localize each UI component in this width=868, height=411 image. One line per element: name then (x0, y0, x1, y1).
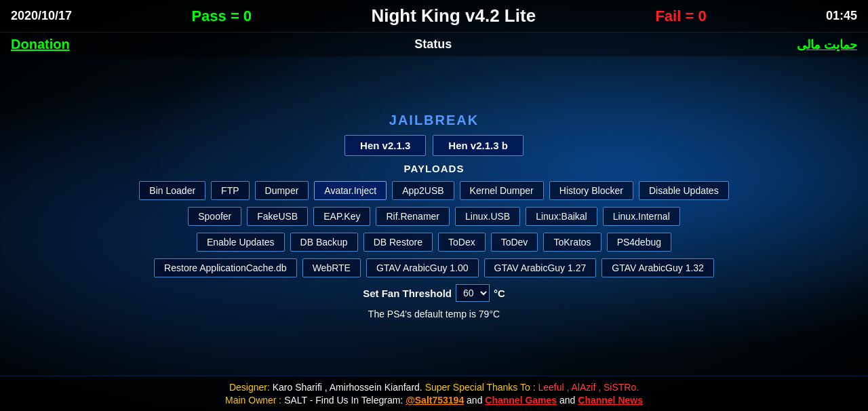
gtav-arabic1-button[interactable]: GTAV ArabicGuy 1.00 (366, 258, 479, 277)
eap-key-button[interactable]: EAP.Key (313, 207, 370, 226)
footer: Designer: Karo Sharifi , Amirhossein Kia… (0, 376, 868, 411)
header-bar: 2020/10/17 Pass = 0 Night King v4.2 Lite… (0, 0, 868, 33)
and1: and (467, 395, 485, 406)
payloads-row2: Spoofer FakeUSB EAP.Key Rif.Renamer Linu… (188, 207, 680, 226)
todex-button[interactable]: ToDex (438, 233, 486, 252)
bin-loader-button[interactable]: Bin Loader (139, 181, 205, 200)
payloads-row1: Bin Loader FTP Dumper Avatar.Inject App2… (139, 181, 728, 200)
main-area: JAILBREAK Hen v2.1.3 Hen v2.1.3 b PAYLOA… (0, 56, 868, 376)
jailbreak-title: JAILBREAK (389, 113, 479, 128)
footer-line1: Designer: Karo Sharifi , Amirhossein Kia… (11, 382, 857, 393)
ftp-button[interactable]: FTP (211, 181, 249, 200)
pass-counter: Pass = 0 (191, 7, 252, 25)
spoofer-button[interactable]: Spoofer (188, 207, 241, 226)
hen-v213b-button[interactable]: Hen v2.1.3 b (433, 135, 524, 156)
hen-buttons-row: Hen v2.1.3 Hen v2.1.3 b (344, 135, 524, 156)
fan-threshold-row: Set Fan Threshold 60 50 55 65 70 75 80 °… (363, 284, 505, 302)
linux-usb-button[interactable]: Linux.USB (455, 207, 520, 226)
kernel-dumper-button[interactable]: Kernel Dumper (460, 181, 544, 200)
ps4debug-button[interactable]: PS4debug (607, 233, 671, 252)
designer-label: Designer: (229, 382, 270, 393)
linux-internal-button[interactable]: Linux.Internal (603, 207, 680, 226)
restore-appcache-button[interactable]: Restore ApplicationCache.db (154, 258, 297, 277)
tokratos-button[interactable]: ToKratos (543, 233, 601, 252)
thanks-names: Leeful , AlAzif , SiSTRo. (538, 382, 639, 393)
hen-v213-button[interactable]: Hen v2.1.3 (344, 135, 426, 156)
donation-link[interactable]: Donation (11, 37, 70, 52)
db-restore-button[interactable]: DB Restore (363, 233, 433, 252)
rif-renamer-button[interactable]: Rif.Renamer (376, 207, 450, 226)
avatar-inject-button[interactable]: Avatar.Inject (314, 181, 387, 200)
payloads-label: PAYLOADS (404, 163, 465, 174)
time-display: 01:45 (826, 9, 857, 23)
linux-baikal-button[interactable]: Linux:Baikal (526, 207, 597, 226)
app-title: Night King v4.2 Lite (371, 5, 536, 26)
todev-button[interactable]: ToDev (491, 233, 538, 252)
disable-updates-button[interactable]: Disable Updates (639, 181, 729, 200)
webrte-button[interactable]: WebRTE (302, 258, 361, 277)
gtav-arabic3-button[interactable]: GTAV ArabicGuy 1.32 (601, 258, 714, 277)
fan-threshold-label: Set Fan Threshold (363, 288, 452, 299)
telegram-link[interactable]: @Salt753194 (406, 395, 464, 406)
dumper-button[interactable]: Dumper (255, 181, 309, 200)
fan-default-text: The PS4's default temp is 79°C (368, 309, 500, 319)
designer-name: Karo Sharifi , Amirhossein Kianfard. (273, 382, 422, 393)
persian-link[interactable]: حمایت مالی (797, 37, 857, 52)
payloads-row4: Restore ApplicationCache.db WebRTE GTAV … (154, 258, 714, 277)
enable-updates-button[interactable]: Enable Updates (197, 233, 285, 252)
footer-line2: Main Owner : SALT - Find Us In Telegram:… (11, 395, 857, 406)
date-display: 2020/10/17 (11, 9, 72, 23)
payloads-row3: Enable Updates DB Backup DB Restore ToDe… (197, 233, 671, 252)
status-label: Status (70, 37, 797, 52)
fan-threshold-select[interactable]: 60 50 55 65 70 75 80 (456, 284, 490, 302)
fakeusb-button[interactable]: FakeUSB (247, 207, 308, 226)
history-blocker-button[interactable]: History Blocker (549, 181, 633, 200)
donation-bar: Donation Status حمایت مالی (0, 33, 868, 56)
db-backup-button[interactable]: DB Backup (290, 233, 358, 252)
app2usb-button[interactable]: App2USB (392, 181, 454, 200)
fan-unit-label: °C (494, 288, 505, 299)
owner-label: Main Owner : (225, 395, 281, 406)
channel-games-link[interactable]: Channel Games (485, 395, 557, 406)
thanks-label: Super Special Thanks To : (425, 382, 536, 393)
and2: and (559, 395, 578, 406)
owner-text: SALT - Find Us In Telegram: (284, 395, 406, 406)
channel-news-link[interactable]: Channel News (578, 395, 643, 406)
gtav-arabic2-button[interactable]: GTAV ArabicGuy 1.27 (484, 258, 597, 277)
fail-counter: Fail = 0 (655, 7, 706, 25)
